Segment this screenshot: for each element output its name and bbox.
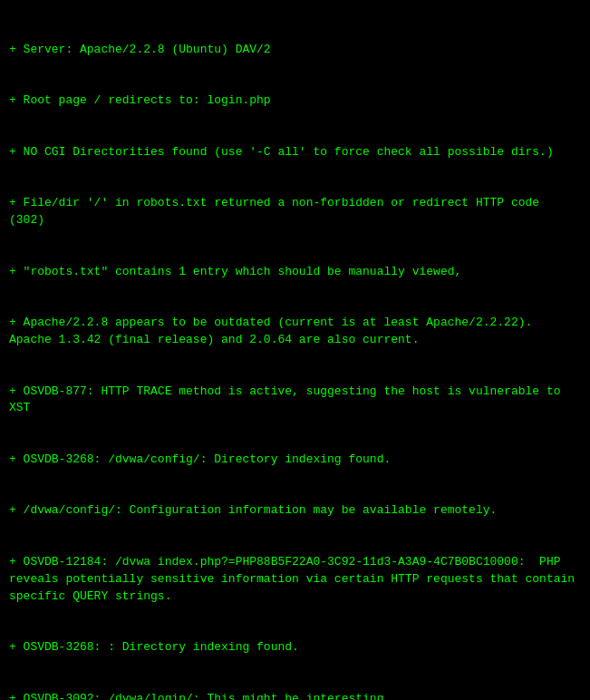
line-12: + OSVDB-3092: /dvwa/login/: This might b…: [9, 691, 581, 700]
line-5: + "robots.txt" contains 1 entry which sh…: [9, 264, 581, 281]
line-4: + File/dir '/' in robots.txt returned a …: [9, 195, 581, 229]
line-10: + OSVDB-12184: /dvwa index.php?=PHP88B5F…: [9, 554, 581, 606]
line-11: + OSVDB-3268: : Directory indexing found…: [9, 639, 581, 656]
line-8: + OSVDB-3268: /dvwa/config/: Directory i…: [9, 452, 581, 469]
terminal-output: + Server: Apache/2.2.8 (Ubuntu) DAV/2 + …: [9, 7, 581, 700]
line-2: + Root page / redirects to: login.php: [9, 92, 581, 110]
line-1: + Server: Apache/2.2.8 (Ubuntu) DAV/2: [9, 42, 581, 59]
line-7: + OSVDB-877: HTTP TRACE method is active…: [9, 384, 581, 418]
line-6: + Apache/2.2.8 appears to be outdated (c…: [9, 315, 581, 349]
line-3: + NO CGI Directorities found (use '-C al…: [9, 144, 581, 161]
line-9: + /dvwa/config/: Configuration informati…: [9, 502, 581, 520]
